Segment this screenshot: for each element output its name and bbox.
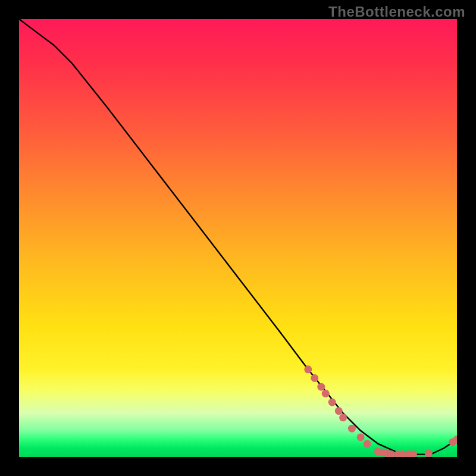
data-marker [357,433,365,441]
plot-area [19,19,457,457]
curve-layer [19,19,457,457]
data-marker [335,407,343,415]
data-marker [328,399,336,406]
data-marker [425,450,433,457]
data-marker [364,440,371,447]
data-marker [348,425,356,433]
curve-markers [304,365,457,457]
data-marker [322,390,330,397]
data-marker [317,383,325,391]
chart-frame: TheBottleneck.com [0,0,476,476]
data-marker [339,414,347,421]
watermark-text: TheBottleneck.com [328,4,465,20]
data-marker [311,374,318,382]
bottleneck-curve [19,19,457,455]
data-marker [304,365,312,373]
